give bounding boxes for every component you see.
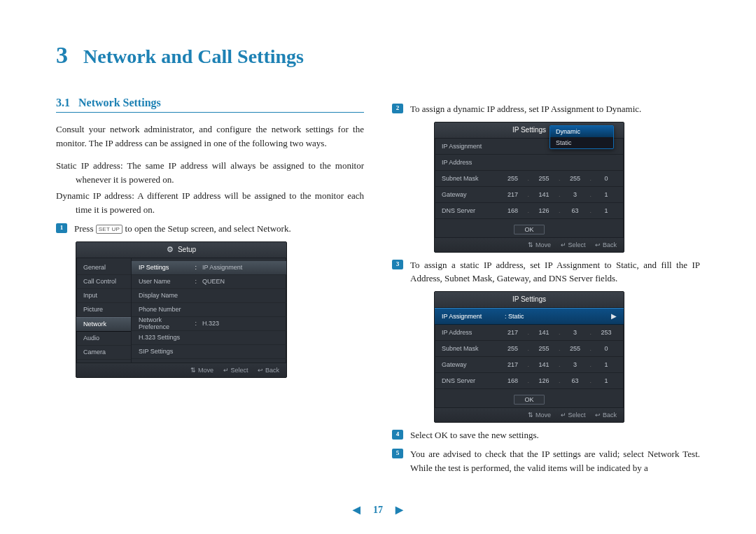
row-gateway[interactable]: Gateway 217 141 3 1 [435, 187, 624, 203]
row-display-name[interactable]: Display Name [132, 289, 286, 303]
left-column: 3.1 Network Settings Consult your networ… [56, 97, 364, 480]
enter-icon: ↵ [561, 241, 566, 248]
step-number-badge: 4 [392, 430, 403, 440]
setup-title: Setup [178, 246, 196, 253]
ok-button[interactable]: OK [514, 225, 544, 234]
screenshot-setup: ⚙ Setup General Call Control Input Pictu… [76, 241, 287, 378]
step1-text-a: Press [74, 223, 96, 234]
page-navigation: ◀ 17 ▶ [56, 504, 700, 516]
chevron-right-icon: ▶ [611, 312, 617, 320]
updown-icon: ⇅ [190, 367, 196, 374]
row-ip-address[interactable]: IP Address [435, 155, 624, 171]
sidebar-item-camera[interactable]: Camera [76, 346, 131, 360]
setup-footer: ⇅ Move ↵ Select ↩ Back [76, 363, 286, 377]
section-number: 3.1 [56, 97, 70, 108]
sidebar-item-input[interactable]: Input [76, 289, 131, 303]
screenshot-ip-static: IP Settings IP Assignment : Static ▶ IP … [434, 291, 624, 423]
back-icon: ↩ [258, 367, 263, 374]
sidebar-item-audio[interactable]: Audio [76, 332, 131, 346]
ip-title: IP Settings [512, 295, 546, 303]
row-ip-settings[interactable]: IP Settings : IP Assignment [132, 261, 286, 275]
step-3: 3 To assign a static IP address, set IP … [392, 258, 700, 286]
assignment-dropdown[interactable]: Dynamic Static [550, 125, 614, 149]
step-number-badge: 2 [392, 104, 403, 113]
step2-text: To assign a dynamic IP address, set IP A… [410, 102, 700, 116]
sidebar-item-picture[interactable]: Picture [76, 303, 131, 317]
sidebar-item-call-control[interactable]: Call Control [76, 275, 131, 289]
prev-page-icon[interactable]: ◀ [353, 504, 360, 516]
row-sip-settings[interactable]: SIP Settings [132, 345, 286, 359]
step-2: 2 To assign a dynamic IP address, set IP… [392, 102, 700, 116]
step-5: 5 You are advised to check that the IP s… [392, 447, 700, 475]
row-subnet-mask[interactable]: Subnet Mask 255 255 255 0 [435, 341, 624, 357]
section-heading: 3.1 Network Settings [56, 97, 364, 113]
step-number-badge: 3 [392, 260, 403, 269]
intro-paragraph: Consult your network administrator, and … [56, 122, 364, 150]
next-page-icon[interactable]: ▶ [396, 504, 403, 516]
ip-title: IP Settings [512, 126, 546, 134]
step5-text: You are advised to check that the IP set… [410, 447, 700, 475]
step-number-badge: 1 [56, 223, 67, 233]
row-gateway[interactable]: Gateway 217 141 3 1 [435, 357, 624, 373]
ok-button[interactable]: OK [514, 395, 544, 405]
section-title: Network Settings [78, 97, 161, 108]
ip-footer: ⇅ Move ↵ Select ↩ Back [435, 407, 624, 422]
row-user-name[interactable]: User Name : QUEEN [132, 275, 286, 289]
dropdown-option-static[interactable]: Static [550, 137, 613, 148]
dropdown-option-dynamic[interactable]: Dynamic [550, 126, 613, 137]
step1-text-b: to open the Setup screen, and select Net… [125, 223, 291, 234]
row-dns-server[interactable]: DNS Server 168 126 63 1 [435, 373, 624, 389]
ip-footer: ⇅ Move ↵ Select ↩ Back [435, 237, 624, 252]
setup-sidebar: General Call Control Input Picture Netwo… [76, 258, 132, 363]
chapter-title: Network and Call Settings [83, 45, 304, 68]
definition-term: Static IP address [56, 160, 120, 171]
manual-page: 3 Network and Call Settings 3.1 Network … [0, 0, 756, 530]
row-ip-assignment[interactable]: IP Assignment : Static ▶ [435, 308, 624, 325]
row-subnet-mask[interactable]: Subnet Mask 255 255 255 0 [435, 171, 624, 187]
gear-icon: ⚙ [167, 245, 174, 254]
updown-icon: ⇅ [528, 412, 533, 419]
chapter-number: 3 [56, 42, 68, 69]
screenshot-ip-dynamic: IP Settings IP Assignment Dynamic Static… [434, 122, 624, 253]
definition-term: Dynamic IP address [56, 190, 132, 201]
row-dns-server[interactable]: DNS Server 168 126 63 1 [435, 203, 624, 219]
step4-text: Select OK to save the new settings. [410, 428, 700, 442]
updown-icon: ⇅ [528, 241, 533, 248]
definition-static: Static IP addressThe same IP address wil… [56, 159, 364, 186]
back-icon: ↩ [595, 241, 601, 248]
page-number: 17 [373, 505, 383, 516]
step-4: 4 Select OK to save the new settings. [392, 428, 700, 442]
row-network-preference[interactable]: Network Preference : H.323 [132, 317, 286, 331]
right-column: 2 To assign a dynamic IP address, set IP… [392, 97, 700, 480]
definition-dynamic: Dynamic IP addressA different IP address… [56, 189, 364, 216]
back-icon: ↩ [595, 412, 601, 419]
step-number-badge: 5 [392, 449, 403, 458]
step-1: 1 Press SET UP to open the Setup screen,… [56, 222, 364, 236]
sidebar-item-general[interactable]: General [76, 261, 131, 275]
row-phone-number[interactable]: Phone Number [132, 303, 286, 317]
setup-main: IP Settings : IP Assignment User Name : … [132, 258, 286, 363]
step3-text: To assign a static IP address, set IP As… [410, 258, 700, 286]
row-ip-address[interactable]: IP Address 217 141 3 253 [435, 325, 624, 341]
row-h323-settings[interactable]: H.323 Settings [132, 331, 286, 345]
chapter-heading: 3 Network and Call Settings [56, 42, 700, 69]
setup-key-icon: SET UP [96, 225, 123, 234]
enter-icon: ↵ [561, 412, 566, 419]
enter-icon: ↵ [223, 367, 229, 374]
sidebar-item-network[interactable]: Network [76, 317, 131, 332]
